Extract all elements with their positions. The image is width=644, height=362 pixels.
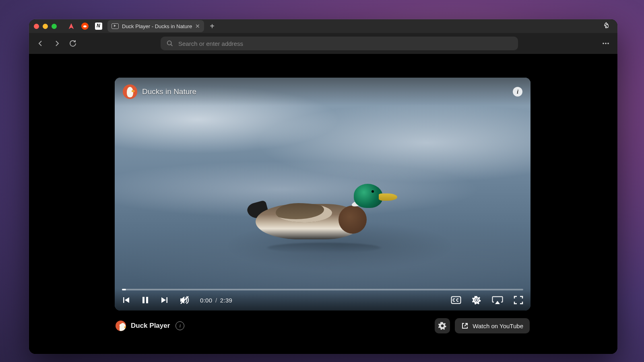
fullscreen-button[interactable] [514,296,523,304]
active-tab[interactable]: Duck Player - Ducks in Nature ✕ [107,20,204,32]
overflow-menu-button[interactable] [600,37,612,49]
duckduckgo-logo-icon [123,84,137,99]
svg-rect-5 [142,297,144,303]
time-current: 0:00 [200,297,212,304]
address-bar[interactable] [161,37,518,50]
video-progress-fill [122,289,126,290]
previous-button[interactable] [122,296,131,304]
video-header: Ducks in Nature i [115,78,530,106]
video-title: Ducks in Nature [142,87,196,96]
pinned-tab-notion[interactable] [92,21,105,32]
svg-rect-7 [167,297,168,303]
close-window-button[interactable] [34,24,39,29]
address-input[interactable] [178,40,512,47]
pinned-tabs [65,21,105,32]
video-player[interactable]: Ducks in Nature i [115,78,530,311]
notion-icon [95,23,102,30]
svg-rect-6 [146,297,148,303]
svg-point-0 [167,41,171,45]
airplay-button[interactable] [492,296,503,304]
page-content: Ducks in Nature i [29,54,617,354]
time-total: 2:39 [220,297,232,304]
minimize-window-button[interactable] [43,24,48,29]
duckduckgo-logo-small-icon [116,321,126,331]
video-tab-icon [111,23,119,29]
reload-button[interactable] [67,37,79,49]
player-info-button[interactable]: i [175,321,184,330]
next-button[interactable] [160,296,169,304]
pause-button[interactable] [141,296,149,304]
maximize-window-button[interactable] [52,24,57,29]
pinned-tab-airbnb[interactable] [65,21,78,32]
external-link-icon [461,322,469,329]
captions-button[interactable] [451,296,461,304]
tab-title: Duck Player - Ducks in Nature [122,23,192,29]
player-brand-label: Duck Player [131,322,170,330]
desktop-wallpaper: Duck Player - Ducks in Nature ✕ + [0,0,644,362]
airbnb-icon [68,23,75,30]
player-container: Ducks in Nature i [115,78,530,334]
settings-button[interactable] [472,295,481,305]
video-controls-bar: 0:00 / 2:39 [115,289,530,311]
search-icon [166,40,173,47]
forward-button[interactable] [51,37,63,49]
video-time-display: 0:00 / 2:39 [200,297,232,304]
close-tab-button[interactable]: ✕ [195,23,200,29]
pinned-tab-reddit[interactable] [78,21,91,32]
svg-point-1 [603,43,604,44]
new-tab-button[interactable]: + [210,22,215,30]
window-controls [34,24,57,29]
back-button[interactable] [35,37,47,49]
svg-point-2 [605,43,607,44]
video-info-button[interactable]: i [513,87,522,97]
video-progress-bar[interactable] [122,289,523,290]
svg-point-3 [607,43,609,44]
watch-on-youtube-button[interactable]: Watch on YouTube [455,318,530,333]
toolbar [29,33,617,54]
svg-rect-4 [123,297,124,303]
video-still-duck [244,185,392,253]
mute-button[interactable] [179,295,190,305]
titlebar: Duck Player - Ducks in Nature ✕ + [29,19,617,33]
player-settings-button[interactable] [435,318,450,333]
watch-on-youtube-label: Watch on YouTube [473,323,523,329]
browser-window: Duck Player - Ducks in Nature ✕ + [29,19,617,354]
reddit-icon [81,23,89,30]
fire-button[interactable] [602,22,610,31]
time-separator: / [214,297,218,304]
player-footer: Duck Player i Watch on YouTube [115,318,530,334]
